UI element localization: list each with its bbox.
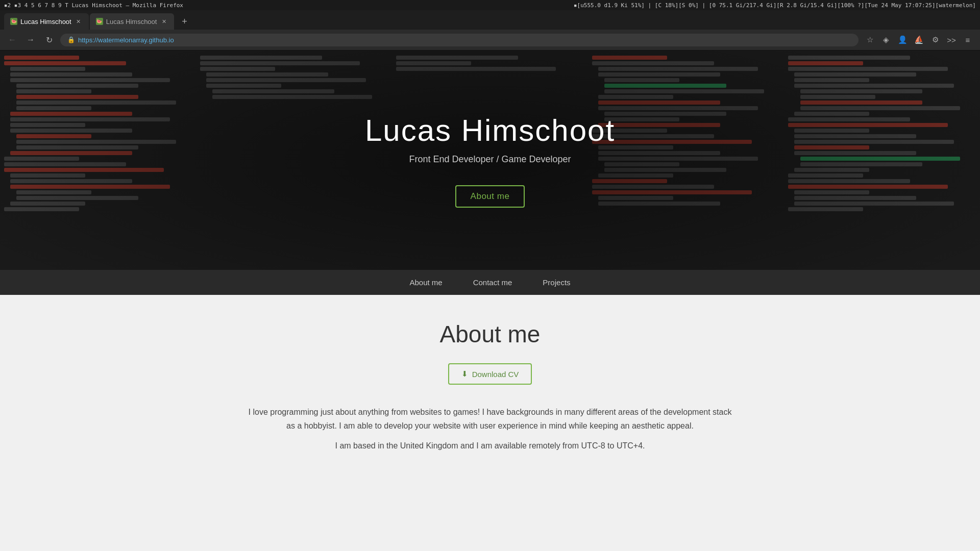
back-button[interactable]: ← xyxy=(5,33,19,47)
tab-2-label: Lucas Himschoot xyxy=(106,18,157,26)
nav-projects[interactable]: Projects xyxy=(543,278,570,287)
new-tab-button[interactable]: + xyxy=(177,14,191,29)
hero-section: Lucas Himschoot Front End Developer / Ga… xyxy=(0,51,980,270)
download-cv-label: Download CV xyxy=(472,370,519,379)
browser-chrome: 🍉 Lucas Himschoot ✕ 🍉 Lucas Himschoot ✕ … xyxy=(0,10,980,51)
pocket-button[interactable]: ◈ xyxy=(879,33,893,47)
tab-1-close[interactable]: ✕ xyxy=(75,17,83,26)
address-bar[interactable]: 🔒 https://watermelonarray.github.io xyxy=(60,34,859,46)
os-bar-left: ▪2 ▪3 4 5 6 7 8 9 T Lucas Himschoot — Mo… xyxy=(4,2,183,9)
container-button[interactable]: 👤 xyxy=(895,33,910,47)
forward-button[interactable]: → xyxy=(23,33,38,47)
hero-content: Lucas Himschoot Front End Developer / Ga… xyxy=(365,113,615,208)
bookmark-star-button[interactable]: ☆ xyxy=(863,33,877,47)
hero-nav: About me Contact me Projects xyxy=(0,270,980,295)
os-bar: ▪2 ▪3 4 5 6 7 8 9 T Lucas Himschoot — Mo… xyxy=(0,0,980,10)
tab-2-close[interactable]: ✕ xyxy=(160,17,168,26)
about-paragraph-2: I am based in the United Kingdom and I a… xyxy=(245,439,735,453)
about-text: I love programming just about anything f… xyxy=(245,405,735,453)
tab-favicon-1: 🍉 xyxy=(10,18,17,25)
download-icon: ⬇ xyxy=(461,369,468,379)
about-section: About me ⬇ Download CV I love programmin… xyxy=(0,295,980,485)
tab-bar: 🍉 Lucas Himschoot ✕ 🍉 Lucas Himschoot ✕ … xyxy=(0,10,980,30)
hero-cta-button[interactable]: About me xyxy=(455,185,525,208)
nav-bar: ← → ↻ 🔒 https://watermelonarray.github.i… xyxy=(0,30,980,50)
menu-button[interactable]: ≡ xyxy=(961,33,975,47)
extension-button[interactable]: ⛵ xyxy=(912,33,926,47)
os-bar-right: ▪[u555.0 d1.9 Ki 51%] | [C 18%][S 0%] | … xyxy=(574,2,976,9)
about-title: About me xyxy=(10,320,970,348)
tab-2[interactable]: 🍉 Lucas Himschoot ✕ xyxy=(90,13,175,30)
nav-right-buttons: ☆ ◈ 👤 ⛵ ⚙ >> ≡ xyxy=(863,33,975,47)
download-cv-button[interactable]: ⬇ Download CV xyxy=(448,363,532,385)
tab-1[interactable]: 🍉 Lucas Himschoot ✕ xyxy=(4,13,89,30)
hero-title: Lucas Himschoot xyxy=(365,113,615,148)
nav-contact-me[interactable]: Contact me xyxy=(473,278,512,287)
overflow-button[interactable]: >> xyxy=(944,33,959,47)
hero-subtitle: Front End Developer / Game Developer xyxy=(365,154,615,165)
nav-about-me[interactable]: About me xyxy=(409,278,442,287)
lock-icon: 🔒 xyxy=(67,36,75,43)
url-text: https://watermelonarray.github.io xyxy=(78,36,174,44)
tab-favicon-2: 🍉 xyxy=(96,18,103,25)
reload-button[interactable]: ↻ xyxy=(42,33,56,47)
settings-button[interactable]: ⚙ xyxy=(928,33,942,47)
tab-1-label: Lucas Himschoot xyxy=(20,18,71,26)
about-paragraph-1: I love programming just about anything f… xyxy=(245,405,735,433)
